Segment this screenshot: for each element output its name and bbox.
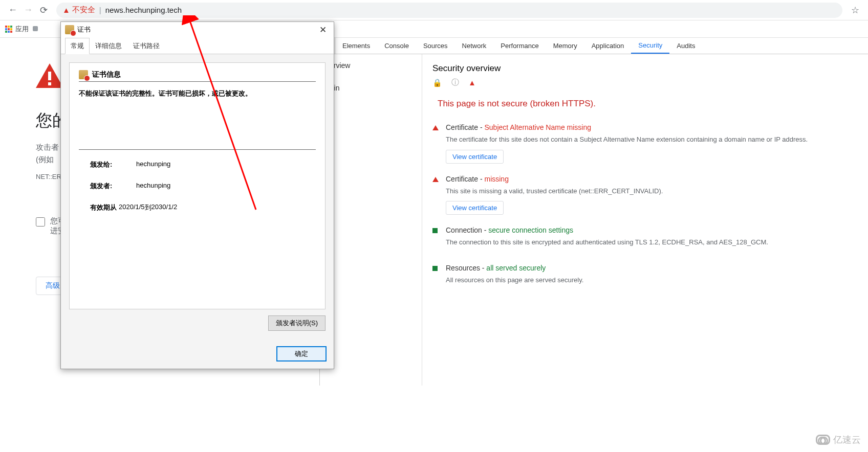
watermark: 亿速云 — [816, 434, 861, 446]
warning-triangle-icon — [432, 177, 438, 215]
issued-to-value: hechunping — [136, 160, 170, 169]
sidebar-overview[interactable]: verview — [326, 59, 416, 72]
cert-info-heading: 证书信息 — [79, 70, 316, 82]
back-button[interactable]: ← — [5, 3, 20, 18]
reload-button[interactable]: ⟳ — [36, 3, 51, 18]
security-item: Connection - secure connection settingsT… — [432, 226, 858, 253]
valid-to-word: 到 — [145, 203, 151, 212]
apps-label: 应用 — [15, 25, 29, 34]
sidebar-origin[interactable]: rigin — [326, 82, 416, 94]
validity-row: 有效期从 2020/1/5 到 2030/1/2 — [79, 200, 316, 221]
warning-triangle-icon: ▲ — [468, 78, 476, 87]
tab-performance[interactable]: Performance — [493, 38, 546, 54]
security-item-desc: This site is missing a valid, trusted ce… — [446, 186, 858, 196]
tab-memory[interactable]: Memory — [546, 38, 584, 54]
cert-tab-details[interactable]: 详细信息 — [90, 38, 127, 54]
address-url: news.hechunping.tech — [105, 6, 182, 14]
cert-dialog-title: 证书 — [77, 25, 91, 34]
cert-tab-path[interactable]: 证书路径 — [127, 38, 165, 54]
apps-shortcut[interactable]: 应用 — [5, 25, 29, 34]
security-item-title: Certificate - missing — [446, 175, 858, 183]
certificate-icon — [65, 25, 74, 34]
certificate-icon — [79, 70, 88, 79]
issued-to-label: 颁发给: — [90, 160, 126, 169]
apps-grid-icon — [5, 26, 12, 33]
security-item-desc: The connection to this site is encrypted… — [446, 237, 858, 247]
svg-rect-1 — [48, 82, 51, 85]
warning-triangle-icon — [432, 125, 438, 164]
security-overview-heading: Security overview — [432, 63, 858, 74]
secure-square-icon — [432, 228, 438, 253]
info-icon: ⓘ — [451, 78, 459, 87]
page-security-status: This page is not secure (broken HTTPS). — [438, 99, 858, 109]
browser-toolbar: ← → ⟳ ▲ 不安全 | news.hechunping.tech ☆ — [0, 0, 868, 20]
devtools: Elements Console Sources Network Perform… — [319, 38, 868, 386]
cert-dialog-titlebar[interactable]: 证书 ✕ — [61, 22, 334, 37]
cert-ok-button[interactable]: 确定 — [276, 346, 327, 361]
watermark-label: 亿速云 — [833, 434, 861, 446]
devtools-body: verview rigin Security overview 🔒 ⓘ ▲ Th… — [320, 54, 868, 386]
svg-rect-0 — [48, 72, 51, 80]
valid-to: 2030/1/2 — [151, 203, 178, 212]
cert-dialog-footer: 确定 — [61, 339, 334, 369]
issuer-statement-button[interactable]: 颁发者说明(S) — [268, 315, 326, 331]
tab-console[interactable]: Console — [377, 38, 416, 54]
not-secure-label: 不安全 — [72, 5, 95, 15]
issued-by-value: hechunping — [136, 182, 170, 191]
security-panel: Security overview 🔒 ⓘ ▲ This page is not… — [422, 54, 868, 386]
tab-application[interactable]: Application — [584, 38, 632, 54]
validity-label: 有效期从 — [90, 203, 117, 212]
security-item: Resources - all served securelyAll resou… — [432, 264, 858, 290]
cert-tab-general[interactable]: 常规 — [65, 38, 90, 54]
issued-by-label: 颁发者: — [90, 182, 126, 191]
issued-by-row: 颁发者: hechunping — [79, 178, 316, 200]
close-button[interactable]: ✕ — [316, 24, 330, 36]
tab-network[interactable]: Network — [455, 38, 494, 54]
security-item: Certificate - missingThis site is missin… — [432, 175, 858, 215]
issued-to-row: 颁发给: hechunping — [79, 157, 316, 178]
devtools-tabs: Elements Console Sources Network Perform… — [320, 38, 868, 54]
tab-sources[interactable]: Sources — [416, 38, 455, 54]
security-item-desc: All resources on this page are served se… — [446, 275, 858, 285]
cert-warning-message: 不能保证该证书的完整性。证书可能已损坏，或已被更改。 — [79, 89, 316, 98]
lock-icon: 🔒 — [432, 78, 442, 87]
security-status-icons: 🔒 ⓘ ▲ — [432, 78, 858, 87]
tab-security[interactable]: Security — [631, 38, 669, 54]
security-item-title: Connection - secure connection settings — [446, 226, 858, 234]
security-sidebar: verview rigin — [320, 54, 422, 386]
secure-square-icon — [432, 266, 438, 290]
cert-dialog-body: 证书信息 不能保证该证书的完整性。证书可能已损坏，或已被更改。 颁发给: hec… — [61, 54, 334, 339]
warning-triangle-icon: ▲ — [62, 6, 70, 14]
cert-info-group: 证书信息 不能保证该证书的完整性。证书可能已损坏，或已被更改。 颁发给: hec… — [69, 62, 326, 309]
tab-audits[interactable]: Audits — [669, 38, 702, 54]
forward-button[interactable]: → — [20, 3, 36, 18]
view-certificate-button[interactable]: View certificate — [446, 201, 504, 215]
certificate-dialog: 证书 ✕ 常规 详细信息 证书路径 证书信息 不能保证该证书的完整性。证书可能已… — [60, 21, 334, 369]
address-bar[interactable]: ▲ 不安全 | news.hechunping.tech — [56, 3, 842, 18]
address-separator: | — [99, 6, 101, 14]
view-certificate-button[interactable]: View certificate — [446, 150, 504, 164]
cert-dialog-tabs: 常规 详细信息 证书路径 — [61, 37, 334, 54]
bookmark-star-icon[interactable]: ☆ — [848, 5, 863, 16]
valid-from: 2020/1/5 — [119, 203, 145, 212]
security-item-desc: The certificate for this site does not c… — [446, 134, 858, 145]
not-secure-indicator: ▲ 不安全 — [62, 5, 95, 15]
watermark-icon — [816, 435, 830, 445]
tab-elements[interactable]: Elements — [335, 38, 377, 54]
security-item-title: Certificate - Subject Alternative Name m… — [446, 123, 858, 131]
security-item: Certificate - Subject Alternative Name m… — [432, 123, 858, 164]
security-item-title: Resources - all served securely — [446, 264, 858, 272]
report-checkbox[interactable] — [36, 217, 45, 227]
